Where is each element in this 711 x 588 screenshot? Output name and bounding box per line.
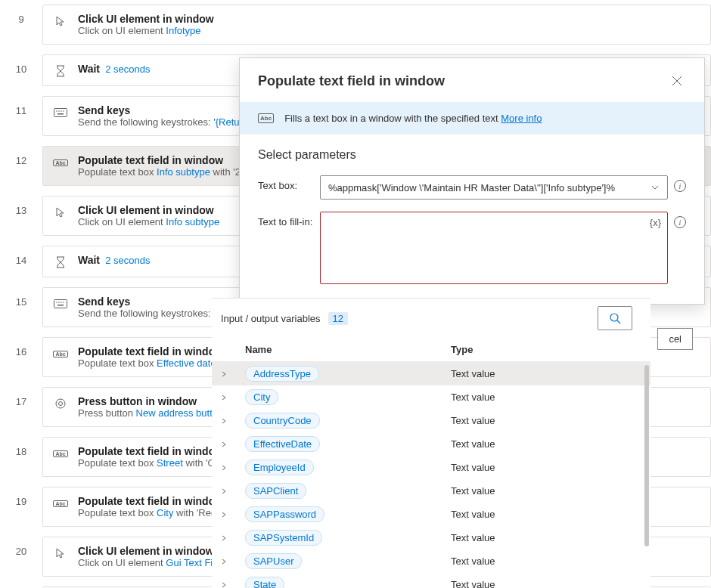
svg-point-13	[59, 402, 63, 406]
step-number: 13	[0, 191, 42, 216]
variable-type: Text value	[451, 556, 495, 567]
chevron-right-icon	[221, 395, 233, 401]
svg-point-1	[56, 110, 57, 112]
variable-row[interactable]: CountryCodeText value	[212, 409, 650, 432]
close-icon	[672, 76, 682, 86]
dialog-close-button[interactable]	[668, 72, 686, 90]
svg-point-12	[56, 399, 65, 408]
variable-type: Text value	[451, 462, 495, 473]
step-icon	[54, 297, 67, 311]
insert-variable-button[interactable]: {x}	[650, 217, 661, 228]
variable-name: SAPPassword	[245, 506, 324, 522]
variable-name: EffectiveDate	[245, 436, 320, 452]
step-icon: Abc	[54, 447, 67, 460]
step-number: 15	[0, 283, 42, 308]
more-info-link[interactable]: More info	[501, 113, 542, 124]
variable-name: SAPUser	[245, 553, 302, 569]
variable-name: AddressType	[245, 366, 319, 382]
step-number: 12	[0, 141, 42, 166]
step-number: 19	[0, 482, 42, 507]
variable-type: Text value	[451, 532, 495, 543]
variable-row[interactable]: SAPClientText value	[212, 479, 650, 503]
chevron-down-icon	[650, 183, 660, 192]
variable-type: Text value	[451, 415, 495, 426]
step-icon: Abc	[54, 156, 67, 169]
variables-list: AddressTypeText valueCityText valueCount…	[212, 362, 650, 588]
chevron-right-icon	[221, 535, 233, 541]
chevron-right-icon	[221, 582, 233, 588]
flow-step[interactable]: 9Click UI element in windowClick on UI e…	[0, 0, 711, 50]
variable-row[interactable]: StateText value	[212, 573, 650, 588]
info-icon[interactable]: i	[674, 180, 686, 192]
svg-point-3	[61, 110, 62, 112]
variable-row[interactable]: AddressTypeText value	[212, 362, 650, 385]
text-to-fill-label: Text to fill-in:	[258, 212, 314, 227]
variable-name: State	[245, 577, 284, 588]
chevron-right-icon	[221, 371, 233, 377]
textbox-label: Text box:	[258, 175, 314, 191]
search-icon	[609, 312, 621, 324]
cancel-button[interactable]: cel	[657, 328, 693, 350]
variable-type: Text value	[451, 579, 495, 588]
svg-point-8	[58, 302, 60, 303]
step-number: 10	[0, 50, 42, 75]
variable-row[interactable]: EffectiveDateText value	[212, 432, 650, 456]
svg-point-4	[63, 110, 64, 112]
variable-type: Text value	[451, 438, 495, 450]
info-icon[interactable]: i	[674, 216, 686, 228]
variable-name: SAPClient	[245, 483, 306, 499]
chevron-right-icon	[221, 465, 233, 471]
scrollbar[interactable]	[644, 365, 649, 546]
variable-row[interactable]: SAPUserText value	[212, 549, 650, 573]
chevron-right-icon	[221, 418, 233, 424]
step-number: 9	[0, 0, 42, 25]
variables-panel: Input / output variables 12 Name Type Ad…	[212, 298, 650, 588]
step-number: 11	[0, 91, 42, 116]
step-icon	[54, 106, 67, 119]
svg-point-9	[61, 302, 62, 303]
variable-type: Text value	[451, 509, 495, 520]
svg-point-14	[610, 314, 618, 321]
step-icon	[54, 397, 67, 410]
variables-table-header: Name Type	[212, 338, 650, 362]
abc-icon: Abc	[258, 113, 274, 123]
variable-type: Text value	[451, 391, 495, 403]
step-icon	[54, 546, 67, 560]
dialog-title: Populate text field in window	[258, 73, 445, 89]
step-number: 21	[0, 582, 42, 588]
variable-row[interactable]: CityText value	[212, 385, 650, 409]
step-icon	[54, 255, 67, 269]
svg-point-2	[58, 110, 60, 112]
svg-point-7	[56, 302, 57, 303]
chevron-right-icon	[221, 512, 233, 518]
svg-point-10	[63, 302, 64, 303]
step-number: 18	[0, 432, 42, 457]
text-to-fill-input[interactable]: {x}	[320, 212, 668, 284]
action-properties-dialog: Populate text field in window Abc Fills …	[239, 57, 705, 305]
step-number: 17	[0, 382, 42, 407]
textbox-selector-dropdown[interactable]: %appmask['Window \'Maintain HR Master Da…	[320, 175, 668, 200]
chevron-right-icon	[221, 559, 233, 565]
svg-rect-11	[57, 305, 64, 306]
variable-name: CountryCode	[245, 413, 320, 429]
variable-type: Text value	[451, 368, 495, 379]
step-icon	[54, 206, 67, 219]
variable-row[interactable]: EmployeeIdText value	[212, 456, 650, 479]
variable-row[interactable]: SAPSystemIdText value	[212, 526, 650, 549]
variable-type: Text value	[451, 485, 495, 497]
step-icon: Abc	[54, 497, 67, 510]
variables-heading: Input / output variables	[221, 313, 321, 324]
step-icon	[54, 14, 67, 28]
step-number: 14	[0, 241, 42, 266]
variable-name: EmployeeId	[245, 460, 314, 475]
search-variables-button[interactable]	[598, 306, 632, 330]
variable-row[interactable]: SAPPasswordText value	[212, 503, 650, 526]
svg-rect-0	[54, 109, 67, 117]
step-number: 16	[0, 333, 42, 357]
step-icon: Abc	[54, 347, 67, 361]
svg-rect-6	[54, 300, 67, 308]
svg-rect-5	[57, 113, 64, 115]
variable-name: SAPSystemId	[245, 530, 322, 546]
chevron-right-icon	[221, 488, 233, 494]
step-icon	[54, 64, 67, 78]
